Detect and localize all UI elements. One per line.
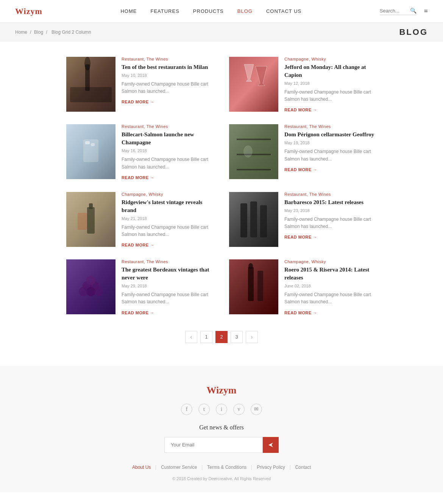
- blog-excerpt-4: Family-owned Champagne house Bille cart …: [284, 148, 377, 162]
- header-right: 🔍 ≡: [380, 7, 428, 15]
- blog-card-image-3[interactable]: [66, 124, 115, 179]
- footer-link-terms-&-conditions[interactable]: Terms & Conditions: [207, 465, 246, 470]
- read-more-8[interactable]: READ MORE: [284, 311, 317, 315]
- blog-card-1: Restaurant, The Wines Ten of the best re…: [66, 57, 214, 113]
- blog-categories-7: Restaurant, The Wines: [122, 259, 214, 264]
- blog-grid: Restaurant, The Wines Ten of the best re…: [66, 57, 377, 316]
- blog-card-content-3: Restaurant, The Wines Billecart-Salmon l…: [122, 124, 214, 180]
- blog-card-5: Champagne, Whisky Ridgeview's latest vin…: [66, 192, 214, 248]
- svg-point-13: [243, 145, 253, 158]
- blog-card-image-1[interactable]: [66, 57, 115, 112]
- page-btn-1[interactable]: 1: [200, 331, 212, 343]
- footer-link-privacy-policy[interactable]: Privacy Policy: [257, 465, 285, 470]
- footer-link-contact[interactable]: Contact: [295, 465, 311, 470]
- read-more-7[interactable]: READ MORE: [122, 311, 154, 315]
- read-more-1[interactable]: READ MORE: [122, 100, 154, 104]
- svg-rect-0: [66, 57, 115, 112]
- footer-logo: Wizym: [15, 385, 428, 396]
- page-btn-2[interactable]: 2: [215, 331, 228, 343]
- blog-card-content-6: Restaurant, The Wines Barbaresco 2015: L…: [284, 192, 377, 240]
- breadcrumb-home[interactable]: Home: [15, 30, 27, 35]
- svg-point-31: [248, 263, 253, 269]
- pagination: ‹ 123 ›: [66, 331, 377, 343]
- send-icon: [268, 442, 274, 448]
- footer-email-form: [15, 437, 428, 453]
- social-email[interactable]: ✉: [251, 404, 262, 415]
- footer-logo-w: W: [207, 385, 217, 396]
- blog-date-3: May 16, 2018: [122, 148, 214, 153]
- social-twitter[interactable]: t: [198, 404, 210, 415]
- blog-card-image-7[interactable]: [66, 259, 115, 314]
- pagination-next[interactable]: ›: [246, 331, 258, 343]
- search-box[interactable]: 🔍: [380, 8, 416, 15]
- breadcrumb: Home / Blog / Blog Grid 2 Column: [15, 30, 93, 35]
- breadcrumb-blog[interactable]: Blog: [34, 30, 43, 35]
- read-more-5[interactable]: READ MORE: [122, 243, 154, 247]
- blog-title-7: The greatest Bordeaux vintages that neve…: [122, 266, 214, 282]
- nav-item-home[interactable]: HOME: [120, 8, 137, 14]
- blog-excerpt-7: Family-owned Champagne house Bille cart …: [122, 291, 214, 306]
- blog-title-5: Ridgeview's latest vintage reveals brand: [122, 198, 214, 214]
- blog-title-2: Jefford on Monday: All change at Capion: [284, 63, 377, 79]
- footer-email-submit[interactable]: [263, 437, 279, 453]
- svg-rect-1: [70, 87, 112, 102]
- nav-item-products[interactable]: PRODUCTS: [193, 8, 224, 14]
- blog-card-image-5[interactable]: [66, 192, 115, 247]
- blog-date-4: May 19, 2018: [284, 140, 377, 145]
- nav-item-contact-us[interactable]: CONTACT US: [266, 8, 301, 14]
- blog-card-image-8[interactable]: [229, 259, 278, 314]
- footer-newsletter-label: Get news & offers: [15, 424, 428, 431]
- footer-link-customer-service[interactable]: Customer Service: [161, 465, 197, 470]
- read-more-3[interactable]: READ MORE: [122, 175, 154, 180]
- social-facebook[interactable]: f: [181, 404, 192, 415]
- header: Wizym HOMEFEATURESPRODUCTSBLOGCONTACT US…: [0, 0, 443, 23]
- blog-card-image-6[interactable]: [229, 192, 278, 247]
- svg-rect-21: [260, 205, 267, 237]
- footer-email-input[interactable]: [164, 437, 263, 453]
- blog-card-content-2: Champagne, Whisky Jefford on Monday: All…: [284, 57, 377, 113]
- footer-copyright: © 2018 Created by Deercreative. All Righ…: [15, 476, 428, 481]
- blog-excerpt-2: Family-owned Champagne house Bille cart …: [284, 89, 377, 103]
- blog-card-4: Restaurant, The Wines Dom Pérignon cella…: [229, 124, 377, 180]
- nav-item-features[interactable]: FEATURES: [150, 8, 179, 14]
- read-more-2[interactable]: READ MORE: [284, 108, 317, 112]
- search-input[interactable]: [380, 8, 410, 14]
- svg-point-27: [79, 287, 88, 296]
- breadcrumb-current: Blog Grid 2 Column: [51, 30, 91, 35]
- footer-divider-0: |: [155, 464, 156, 470]
- blog-date-7: May 29, 2018: [122, 284, 214, 288]
- blog-card-8: Champagne, Whisky Roero 2015 & Riserva 2…: [229, 259, 377, 315]
- blog-card-content-5: Champagne, Whisky Ridgeview's latest vin…: [122, 192, 214, 248]
- footer-social: ftiv✉: [15, 404, 428, 415]
- footer-link-about-us[interactable]: About Us: [132, 465, 151, 470]
- blog-categories-4: Restaurant, The Wines: [284, 124, 377, 129]
- blog-card-image-4[interactable]: [229, 124, 278, 179]
- logo[interactable]: Wizym: [15, 6, 42, 16]
- footer-logo-rest: izym: [216, 385, 236, 396]
- blog-excerpt-8: Family-owned Champagne house Bille cart …: [284, 291, 377, 306]
- read-more-6[interactable]: READ MORE: [284, 235, 317, 239]
- page-btn-3[interactable]: 3: [231, 331, 243, 343]
- blog-date-5: May 21, 2018: [122, 216, 214, 221]
- read-more-4[interactable]: READ MORE: [284, 167, 317, 172]
- blog-title-8: Roero 2015 & Riserva 2014: Latest releas…: [284, 266, 377, 282]
- blog-card-image-2[interactable]: [229, 57, 278, 112]
- blog-excerpt-3: Family-owned Champagne house Bille cart …: [122, 156, 214, 170]
- blog-title-1: Ten of the best restaurants in Milan: [122, 63, 214, 71]
- search-icon: 🔍: [410, 8, 416, 14]
- pagination-prev[interactable]: ‹: [185, 331, 197, 343]
- svg-rect-17: [78, 213, 87, 230]
- blog-card-7: Restaurant, The Wines The greatest Borde…: [66, 259, 214, 315]
- blog-excerpt-1: Family-owned Champagne house Bille cart …: [122, 81, 214, 95]
- footer-divider-2: |: [251, 464, 252, 470]
- nav-item-blog[interactable]: BLOG: [237, 8, 253, 14]
- social-instagram[interactable]: i: [216, 404, 227, 415]
- blog-categories-8: Champagne, Whisky: [284, 259, 377, 264]
- hamburger-menu[interactable]: ≡: [424, 7, 428, 15]
- page-title: BLOG: [399, 27, 428, 37]
- svg-point-3: [84, 57, 90, 70]
- blog-card-content-7: Restaurant, The Wines The greatest Borde…: [122, 259, 214, 315]
- social-vimeo[interactable]: v: [233, 404, 245, 415]
- main-content: Restaurant, The Wines Ten of the best re…: [59, 42, 384, 366]
- blog-date-6: May 23, 2018: [284, 208, 377, 213]
